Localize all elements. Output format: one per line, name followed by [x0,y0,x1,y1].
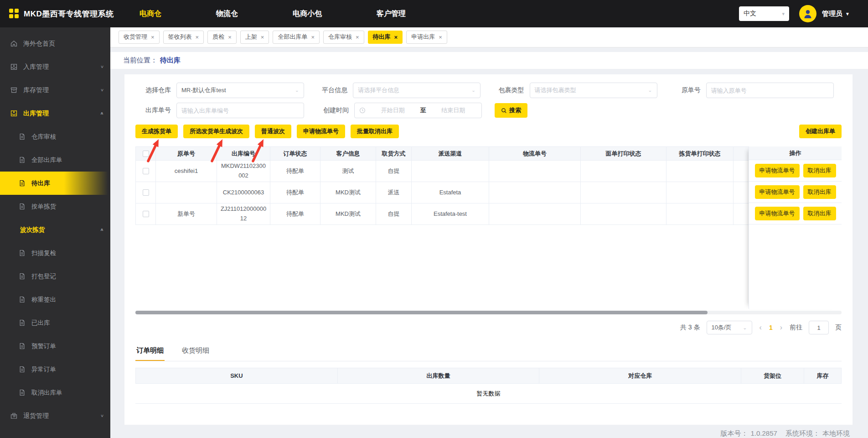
origin-no-input[interactable] [706,83,834,98]
sidebar-item[interactable]: 按单拣货 [0,195,110,218]
column-header: 面单打印状态 [581,147,666,161]
table-row: ceshifei1MKDW21102300002待配单测试自提创建时 [136,161,842,182]
close-icon[interactable]: × [228,34,232,41]
open-tab[interactable]: 签收列表× [163,31,204,44]
open-tab[interactable]: 待出库× [368,31,403,44]
topnav-item[interactable]: 电商小包 [293,9,322,19]
column-header: 物流单号 [489,147,581,161]
env-value: 本地环境 [822,429,850,437]
close-icon[interactable]: × [261,34,264,41]
avatar[interactable] [799,5,816,22]
prev-page-button[interactable]: ‹ [759,323,763,332]
date-range-picker[interactable]: 开始日期 至 结束日期 [354,103,482,118]
detail-tab[interactable]: 收货明细 [181,346,210,361]
close-icon[interactable]: × [356,34,359,41]
search-button[interactable]: 搜索 [495,103,527,118]
topnav-item[interactable]: 客户管理 [377,9,406,19]
sidebar-item[interactable]: 打包登记 [0,265,110,288]
sidebar-item[interactable]: 称重签出 [0,288,110,311]
close-icon[interactable]: × [196,34,199,41]
sidebar-item[interactable]: 已出库 [0,311,110,334]
batch-action-button[interactable]: 普通波次 [255,125,291,138]
sidebar-item[interactable]: 扫描复检 [0,241,110,265]
close-icon[interactable]: × [311,34,315,41]
page-size-select[interactable]: 10条/页 ⌄ [707,321,752,334]
sidebar-item[interactable]: 出库管理∧ [0,102,110,125]
cell-pick-print [666,203,734,225]
row-checkbox[interactable] [143,189,149,196]
empty-placeholder: 暂无数据 [135,384,842,404]
sidebar-item[interactable]: 待出库 [0,172,110,195]
sidebar-item[interactable]: 波次拣货∧ [0,218,110,241]
outbound-no-input[interactable] [176,103,304,118]
clock-icon [359,107,366,114]
topbar-right: 中文 ▾ 管理员 ▼ [739,5,850,22]
sidebar-item-label: 异常订单 [31,365,104,374]
column-header: 出库编号 [217,147,270,161]
sidebar-item[interactable]: 海外仓首页 [0,32,110,55]
row-checkbox[interactable] [143,168,149,174]
user-name[interactable]: 管理员 [822,10,842,18]
sidebar-item-label: 出库管理 [23,110,100,118]
sidebar-item[interactable]: 全部出库单 [0,148,110,172]
warehouse-select[interactable]: MR-默认仓库test ⌄ [176,83,304,98]
app-title: MKD墨西哥专线管理系统 [24,9,114,19]
inbox-icon [10,63,18,71]
create-outbound-button[interactable]: 创建出库单 [799,125,842,138]
open-tab[interactable]: 上架× [240,31,269,44]
row-action-button[interactable]: 申请物流单号 [755,185,800,199]
sidebar-item[interactable]: 异常订单 [0,358,110,381]
close-icon[interactable]: × [151,34,155,41]
column-header: 客户信息 [320,147,376,161]
sidebar-item[interactable]: 库存管理∨ [0,78,110,102]
breadcrumb-current[interactable]: 待出库 [160,56,181,65]
cell-tracking [489,203,581,225]
doc-icon [18,319,26,327]
batch-action-button[interactable]: 生成拣货单 [135,125,178,138]
close-icon[interactable]: × [439,34,442,41]
sidebar-item-label: 扫描复检 [31,249,104,257]
package-type-select[interactable]: 请选择包裹类型 ⌄ [530,83,657,98]
batch-action-button[interactable]: 批量取消出库 [351,125,399,138]
open-tab[interactable]: 全部出库单× [273,31,320,44]
row-action-button[interactable]: 取消出库 [803,185,836,199]
scrollbar-thumb[interactable] [135,311,708,314]
tab-label: 仓库审核 [328,33,352,41]
close-icon[interactable]: × [394,34,398,41]
open-tab[interactable]: 收货管理× [119,31,160,44]
sidebar-item[interactable]: 入库管理∨ [0,55,110,78]
sidebar-item[interactable]: 取消出库单 [0,381,110,404]
row-action-button[interactable]: 取消出库 [803,164,836,177]
goto-page-input[interactable] [809,321,829,334]
current-page[interactable]: 1 [769,324,773,331]
open-tab[interactable]: 申请出库× [406,31,447,44]
platform-select[interactable]: 请选择平台信息 ⌄ [353,83,480,98]
sidebar-item[interactable]: 预警订单 [0,334,110,358]
end-date[interactable]: 结束日期 [430,106,477,115]
next-page-button[interactable]: › [779,323,783,332]
sidebar-item[interactable]: 仓库审核 [0,125,110,148]
select-all-checkbox[interactable] [143,151,149,157]
topnav-item[interactable]: 物流仓 [216,9,238,19]
open-tab[interactable]: 仓库审核× [323,31,364,44]
cell-channel: Estafeta [412,182,489,203]
sidebar-item-label: 海外仓首页 [23,40,104,48]
row-actions: 申请物流单号取消出库 [749,203,842,224]
sidebar-item-label: 仓库审核 [31,133,104,141]
chevron-down-icon: ▾ [782,11,785,17]
language-select[interactable]: 中文 ▾ [739,6,789,21]
row-checkbox[interactable] [143,211,149,217]
cell-tracking [489,161,581,182]
sidebar-item[interactable]: 退货管理∨ [0,404,110,428]
batch-action-button[interactable]: 所选发货单生成波次 [183,125,249,138]
tab-label: 签收列表 [168,33,192,41]
start-date[interactable]: 开始日期 [369,106,417,115]
row-action-button[interactable]: 申请物流单号 [755,164,800,177]
open-tab[interactable]: 质检× [207,31,237,44]
row-action-button[interactable]: 申请物流单号 [755,207,800,220]
topnav-item[interactable]: 电商仓 [140,9,161,19]
detail-tab[interactable]: 订单明细 [135,346,165,361]
row-action-button[interactable]: 取消出库 [803,207,836,220]
batch-action-button[interactable]: 申请物流单号 [297,125,345,138]
horizontal-scrollbar[interactable] [135,311,842,314]
